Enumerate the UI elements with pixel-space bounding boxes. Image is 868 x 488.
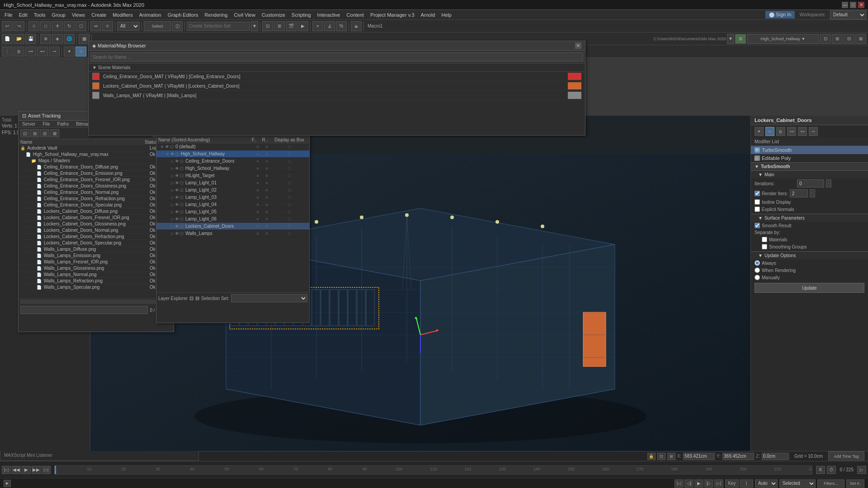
menu-scripting[interactable]: Scripting	[289, 11, 314, 19]
maximize-btn[interactable]: □	[850, 2, 856, 8]
menu-views[interactable]: Views	[69, 11, 88, 19]
key-mode-btn[interactable]: K	[816, 466, 825, 474]
schematic-btn[interactable]: ⋮	[2, 47, 13, 56]
menu-modifiers[interactable]: Modifiers	[110, 11, 136, 19]
new-btn[interactable]: 📄	[2, 34, 13, 44]
time-btn[interactable]: ⟩	[740, 479, 753, 488]
timeline-track[interactable]: 0102030405060708090100110120130140150160…	[54, 465, 812, 474]
asset-menu-paths[interactable]: Paths	[54, 121, 73, 127]
scene-highlight-btn[interactable]: ⊞	[735, 34, 746, 44]
modifier-eye-icon[interactable]: 👁	[755, 147, 760, 153]
material-editor-btn[interactable]: ◈	[52, 34, 63, 44]
asset-row[interactable]: 📄 Ceiling_Entrance_Doors_Normal.png Ok	[19, 189, 174, 196]
select-filter-btn[interactable]: Select	[144, 21, 171, 31]
modify-panel-btn[interactable]: ⊹	[75, 47, 86, 56]
align-btn[interactable]: ≡	[102, 21, 113, 31]
status-extra-btn1[interactable]: ⊡	[657, 453, 665, 460]
undo-btn[interactable]: ↩	[2, 21, 13, 31]
asset-row[interactable]: 🔒 Autodesk Vault Logged...	[19, 145, 174, 151]
asset-scrollbar[interactable]	[20, 300, 172, 304]
asset-row[interactable]: 📁 Maps / Shaders	[19, 158, 174, 164]
play-btn[interactable]: ▶	[22, 466, 31, 474]
iterations-input[interactable]	[797, 179, 824, 188]
surface-params-section[interactable]: ▼ Surface Parameters	[751, 214, 868, 222]
key-btn[interactable]: Key	[725, 479, 739, 488]
menu-edit[interactable]: Edit	[16, 11, 30, 19]
asset-row[interactable]: 📄 Ceiling_Entrance_Doors_Diffuse.png Ok	[19, 164, 174, 170]
asset-row[interactable]: 📄 Walls_Lamps_Refraction.png Ok	[19, 278, 174, 284]
path-browse-btn[interactable]: ▼	[727, 34, 734, 44]
auto-select[interactable]: Auto	[755, 479, 778, 488]
menu-animation[interactable]: Animation	[137, 11, 164, 19]
render-env-btn[interactable]: 🌐	[64, 34, 75, 44]
select-region-btn[interactable]: □	[40, 21, 51, 31]
play-fwd-btn[interactable]: ▶▶	[32, 466, 41, 474]
turbosmooth-section[interactable]: ▼ TurboSmooth	[751, 162, 868, 170]
scene-list-item[interactable]: ▼ 👁 ⬡ 0 (default) ≡ ≡ □	[156, 143, 309, 150]
scene-list-item[interactable]: ▷ 👁 ⬡ Lamp_Light_01 ≡ ≡ □	[156, 179, 309, 187]
workspaces-select[interactable]: Default	[830, 10, 866, 19]
menu-project-manager[interactable]: Project Manager v.3	[368, 11, 417, 19]
scene-list-item[interactable]: ▷ 👁 ⬡ Ceiling_Entrance_Doors ≡ ≡ □	[156, 158, 309, 165]
scene-list[interactable]: ▼ 👁 ⬡ 0 (default) ≡ ≡ □ ▼ 👁 ⬡ High_Schoo…	[156, 143, 309, 292]
hierarchy-icon[interactable]: ⊵	[776, 127, 785, 136]
asset-row[interactable]: 📄 Lockers_Cabinet_Doors_Normal.png Ok	[19, 227, 174, 234]
utilities-icon[interactable]: ⊸	[809, 127, 818, 136]
asset-tool-4[interactable]: ⊠	[50, 129, 59, 137]
menu-graph-editors[interactable]: Graph Editors	[165, 11, 201, 19]
scene-list-item[interactable]: ▷ 👁 ⬡ HiLight_Target ≡ ≡ □	[156, 172, 309, 179]
scene-list-item[interactable]: ▷ 👁 ⬡ Lamp_Light_04 ≡ ≡ □	[156, 201, 309, 208]
menu-customize[interactable]: Customize	[259, 11, 288, 19]
asset-row[interactable]: 📄 Walls_Lamps_Fresnel_IOR.png Ok	[19, 259, 174, 265]
snap-btn[interactable]: ⌖	[312, 21, 323, 31]
asset-row[interactable]: 📄 Lockers_Cabinet_Doors_Specular.png Ok	[19, 240, 174, 246]
create-panel-icon[interactable]: ✦	[755, 127, 764, 136]
create-selection-input[interactable]	[187, 22, 250, 31]
asset-row[interactable]: 📄 Lockers_Cabinet_Doors_Diffuse.png Ok	[19, 208, 174, 215]
asset-row[interactable]: 📄 Lockers_Cabinet_Doors_Glossiness.png O…	[19, 221, 174, 227]
spinner-snap-btn[interactable]: ⬙	[351, 21, 362, 31]
layer-btn[interactable]: ⊡	[262, 21, 273, 31]
materials-cb[interactable]	[762, 237, 767, 242]
asset-tool-2[interactable]: ⊞	[30, 129, 39, 137]
mirror-btn[interactable]: ⇔	[90, 21, 101, 31]
scene-list-item[interactable]: ▷ 👁 ⬡ Walls_Lamps ≡ ≡ □	[156, 230, 309, 237]
motion-icon[interactable]: ⊶	[787, 127, 796, 136]
display-btn[interactable]: ⊷	[37, 47, 48, 56]
asset-row[interactable]: 📄 Walls_Lamps_Diffuse.png Ok	[19, 246, 174, 253]
goto-end-btn[interactable]: ▷|	[714, 479, 723, 488]
prev-frame-btn[interactable]: |◁	[2, 466, 11, 474]
asset-tool-1[interactable]: ⊡	[20, 129, 29, 137]
display-icon[interactable]: ⊷	[798, 127, 807, 136]
asset-row[interactable]: 📄 Walls_Lamps_Glossiness.png Ok	[19, 265, 174, 272]
x-coord-input[interactable]	[683, 453, 715, 460]
selection-set-select[interactable]	[231, 294, 307, 302]
asset-row[interactable]: 📄 Ceiling_Entrance_Doors_Specular.png Ok	[19, 202, 174, 208]
asset-row[interactable]: 📄 Lockers_Cabinet_Doors_Fresnel_IOR.png …	[19, 215, 174, 221]
asset-row[interactable]: 📄 Walls_Lamps_Specular.png Ok	[19, 284, 174, 291]
scale-btn[interactable]: ⬡	[75, 21, 86, 31]
material-row-2[interactable]: Lockers_Cabinet_Doors_MAT ( VRayMtl ) [L…	[89, 81, 585, 91]
render-setup-btn[interactable]: 🎬	[286, 21, 297, 31]
rotate-btn[interactable]: ↻	[64, 21, 75, 31]
asset-row[interactable]: 📄 Walls_Lamps_Emission.png Ok	[19, 253, 174, 259]
editable-poly-modifier[interactable]: ▷ Editable Poly	[751, 154, 868, 162]
scene-tools-btn[interactable]: ⊡	[820, 34, 831, 44]
main-section[interactable]: ▼ Main	[751, 170, 868, 178]
scene-list-item[interactable]: ▷ 👁 ⬡ Lockers_Cabinet_Doors ≡ ≡ □	[156, 223, 309, 230]
menu-rendering[interactable]: Rendering	[202, 11, 231, 19]
next-key-btn[interactable]: ▷	[857, 466, 866, 474]
menu-group[interactable]: Group	[49, 11, 68, 19]
render-btn[interactable]: ▶	[297, 21, 308, 31]
asset-row[interactable]: 📄 Ceiling_Entrance_Doors_Emission.png Ok	[19, 170, 174, 177]
display-floater-btn[interactable]: ⊞	[274, 21, 285, 31]
menu-file[interactable]: File	[2, 11, 15, 19]
utilities-btn[interactable]: ⊸	[49, 47, 60, 56]
scene-list-item[interactable]: ▷ 👁 ⬡ Lamp_Light_03 ≡ ≡ □	[156, 194, 309, 201]
percent-snap-btn[interactable]: %	[336, 21, 347, 31]
menu-civil-view[interactable]: Civil View	[231, 11, 258, 19]
asset-row[interactable]: 📄 Ceiling_Entrance_Doors_Glossiness.png …	[19, 183, 174, 189]
material-row-3[interactable]: Walls_Lamps_MAT ( VRayMtl ) [Walls_Lamps…	[89, 91, 585, 100]
update-options-section[interactable]: ▼ Update Options	[751, 251, 868, 259]
asset-row[interactable]: 📄 Ceiling_Entrance_Doors_Refraction.png …	[19, 196, 174, 202]
